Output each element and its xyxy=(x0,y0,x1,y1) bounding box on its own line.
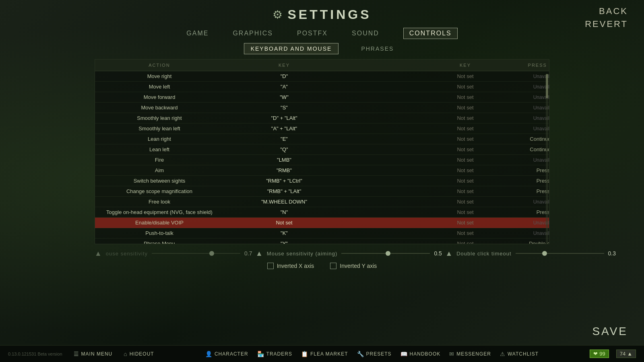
cell-key1[interactable]: "A" xyxy=(224,84,345,90)
cell-key2[interactable]: Not set xyxy=(425,157,506,163)
cell-key1[interactable]: "RMB" xyxy=(224,167,345,173)
table-row[interactable]: Smoothly lean right "D" + "LAlt" Not set… xyxy=(95,113,549,123)
cell-key1[interactable]: "A" + "LAlt" xyxy=(224,125,345,132)
cell-key2[interactable]: Not set xyxy=(425,230,506,236)
cell-presstype: Unavailable xyxy=(506,74,549,79)
nav-flea[interactable]: 📋 FLEA MARKET xyxy=(301,351,348,357)
cell-key2[interactable]: Not set xyxy=(425,115,506,121)
cell-key2[interactable]: Not set xyxy=(425,125,506,132)
cell-key1[interactable]: Not set xyxy=(224,220,345,226)
slider-aiming-value: 0.5 xyxy=(434,250,445,257)
cell-key2[interactable]: Not set xyxy=(425,146,506,152)
subtab-keyboard[interactable]: KEYBOARD AND MOUSE xyxy=(244,43,339,54)
slider-sensitivity-track[interactable] xyxy=(152,253,240,254)
table-row[interactable]: Move backward "S" Not set Unavailable xyxy=(95,103,549,113)
table-row[interactable]: Lean left "Q" Not set Continuous ▼ xyxy=(95,144,549,155)
table-row[interactable]: Phrase Menu "Y" Not set Double click ▼ xyxy=(95,239,549,244)
table-row[interactable]: Switch between sights "RMB" + "LCtrl" No… xyxy=(95,176,549,186)
nav-handbook[interactable]: 📖 HANDBOOK xyxy=(400,351,441,357)
cell-key2[interactable]: Not set xyxy=(425,105,506,111)
slider-aiming-track[interactable] xyxy=(341,253,430,254)
cell-key1[interactable]: "LMB" xyxy=(224,157,345,163)
table-row[interactable]: Lean right "E" Not set Continuous ▼ xyxy=(95,134,549,144)
cell-key1[interactable]: "Q" xyxy=(224,146,345,152)
subtab-phrases[interactable]: PHRASES xyxy=(355,43,400,54)
tab-postfx[interactable]: POSTFX xyxy=(297,28,328,39)
invert-y-checkbox[interactable] xyxy=(330,263,336,269)
nav-hideout[interactable]: ⌂ HIDEOUT xyxy=(124,351,154,357)
cell-key2[interactable]: Not set xyxy=(425,73,506,79)
table-row[interactable]: Aim "RMB" Not set Press ▼ xyxy=(95,165,549,176)
cell-key2[interactable]: Not set xyxy=(425,136,506,142)
tab-controls[interactable]: CONTROLS xyxy=(403,28,458,39)
tab-graphics[interactable]: GRAPHICS xyxy=(233,28,273,39)
cell-presstype[interactable]: Continuous ▼ xyxy=(506,136,549,142)
revert-button[interactable]: REVERT xyxy=(585,19,628,29)
cell-key1[interactable]: "RMB" + "LCtrl" xyxy=(224,178,345,184)
table-row[interactable]: Free look "M.WHEEL DOWN" Not set Unavail… xyxy=(95,197,549,207)
table-row[interactable]: Move left "A" Not set Unavailable xyxy=(95,82,549,92)
nav-messenger[interactable]: ✉ MESSENGER xyxy=(449,351,491,357)
cell-key2[interactable]: Not set xyxy=(425,209,506,215)
cell-key1[interactable]: "K" xyxy=(224,230,345,236)
page-title: SETTINGS xyxy=(287,7,371,22)
slider-dbl-up[interactable]: ▲ xyxy=(445,250,452,257)
scrollbar[interactable] xyxy=(546,74,548,244)
slider-aiming-thumb[interactable] xyxy=(386,251,390,256)
slider-aiming-up[interactable]: ▲ xyxy=(256,250,263,257)
nav-traders[interactable]: 🏪 TRADERS xyxy=(257,351,292,357)
cell-action: Move backward xyxy=(95,105,224,111)
cell-presstype[interactable]: Double click ▼ xyxy=(506,241,549,244)
tab-sound[interactable]: SOUND xyxy=(352,28,379,39)
table-row[interactable]: Toggle on-head equipment (NVG, face shie… xyxy=(95,207,549,218)
slider-sensitivity-thumb[interactable] xyxy=(209,251,214,256)
cell-presstype[interactable]: Press ▼ xyxy=(506,178,549,184)
cell-key1[interactable]: "N" xyxy=(224,209,345,215)
col-key1: KEY xyxy=(224,63,345,68)
cell-presstype[interactable]: Press ▼ xyxy=(506,188,549,194)
back-button[interactable]: BACK xyxy=(599,6,628,16)
table-row[interactable]: Enable/disable VOIP Not set Not set Unav… xyxy=(95,218,549,228)
slider-dbl-thumb[interactable] xyxy=(542,251,547,256)
cell-presstype[interactable]: Press ▼ xyxy=(506,209,549,215)
watchlist-label: WATCHLIST xyxy=(508,351,539,357)
cell-key2[interactable]: Not set xyxy=(425,178,506,184)
table-row[interactable]: Move forward "W" Not set Unavailable xyxy=(95,92,549,103)
cell-presstype[interactable]: Press ▼ xyxy=(506,167,549,173)
cell-key2[interactable]: Not set xyxy=(425,199,506,205)
cell-key1[interactable]: "E" xyxy=(224,136,345,142)
level-icon: ▲ xyxy=(627,351,632,357)
tab-game[interactable]: GAME xyxy=(186,28,208,39)
cell-key1[interactable]: "S" xyxy=(224,105,345,111)
save-button[interactable]: SAVE xyxy=(592,325,628,338)
nav-main-menu[interactable]: ☰ MAIN MENU xyxy=(74,351,113,357)
nav-character[interactable]: 👤 CHARACTER xyxy=(205,351,248,357)
cell-key1[interactable]: "M.WHEEL DOWN" xyxy=(224,199,345,205)
cell-key2[interactable]: Not set xyxy=(425,167,506,173)
nav-presets[interactable]: 🔧 PRESETS xyxy=(357,351,392,357)
cell-presstype[interactable]: Continuous ▼ xyxy=(506,146,549,152)
cell-action: Lean left xyxy=(95,146,224,152)
main-menu-icon: ☰ xyxy=(74,351,79,357)
cell-key2[interactable]: Not set xyxy=(425,84,506,90)
cell-key1[interactable]: "RMB" + "LAlt" xyxy=(224,188,345,194)
invert-x-checkbox[interactable] xyxy=(267,263,274,269)
cell-key2[interactable]: Not set xyxy=(425,188,506,194)
cell-key2[interactable]: Not set xyxy=(425,94,506,100)
slider-sensitivity-up[interactable]: ▲ xyxy=(95,250,102,257)
table-row[interactable]: Smoothly lean left "A" + "LAlt" Not set … xyxy=(95,123,549,134)
table-row[interactable]: Move right "D" Not set Unavailable xyxy=(95,71,549,82)
table-row[interactable]: Fire "LMB" Not set Unavailable xyxy=(95,155,549,165)
cell-presstype: Unavailable xyxy=(506,115,549,121)
cell-key1[interactable]: "D" xyxy=(224,73,345,79)
table-row[interactable]: Push-to-talk "K" Not set Unavailable xyxy=(95,228,549,239)
cell-key1[interactable]: "W" xyxy=(224,94,345,100)
cell-key1[interactable]: "Y" xyxy=(224,241,345,244)
cell-key1[interactable]: "D" + "LAlt" xyxy=(224,115,345,121)
slider-dbl-track[interactable] xyxy=(516,253,604,254)
cell-key2[interactable]: Not set xyxy=(425,220,506,226)
cell-key2[interactable]: Not set xyxy=(425,241,506,244)
scrollbar-thumb[interactable] xyxy=(546,74,548,98)
nav-watchlist[interactable]: ⚠ WATCHLIST xyxy=(500,351,539,357)
table-row[interactable]: Change scope magnification "RMB" + "LAlt… xyxy=(95,186,549,197)
